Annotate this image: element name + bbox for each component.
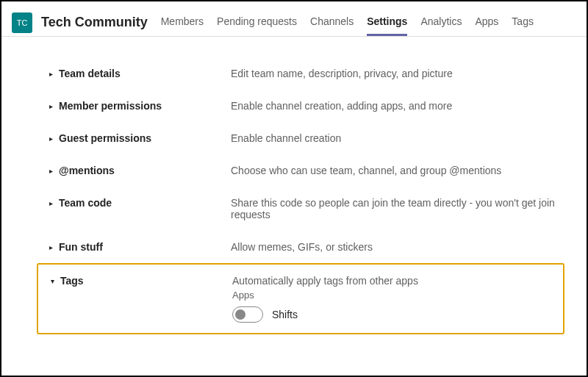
settings-row--mentions[interactable]: ▸@mentionsChoose who can use team, chann… xyxy=(1,154,587,187)
tab-members[interactable]: Members xyxy=(161,9,204,36)
tab-tags[interactable]: Tags xyxy=(512,9,534,36)
tab-apps[interactable]: Apps xyxy=(475,9,498,36)
tabs: MembersPending requestsChannelsSettingsA… xyxy=(161,9,534,36)
shifts-toggle[interactable] xyxy=(232,306,263,323)
settings-row-guest-permissions[interactable]: ▸Guest permissionsEnable channel creatio… xyxy=(1,122,587,154)
chevron-right-icon: ▸ xyxy=(47,243,54,251)
section-title: Member permissions xyxy=(59,100,162,112)
settings-row-fun-stuff[interactable]: ▸Fun stuffAllow memes, GIFs, or stickers xyxy=(1,231,587,263)
tab-settings[interactable]: Settings xyxy=(367,9,407,36)
toggle-knob xyxy=(235,309,245,320)
section-title: Team code xyxy=(59,197,112,209)
tab-channels[interactable]: Channels xyxy=(310,9,354,36)
section-title: Team details xyxy=(59,68,121,79)
section-desc: Automatically apply tags from other apps xyxy=(232,275,418,287)
settings-row-team-details[interactable]: ▸Team detailsEdit team name, description… xyxy=(1,57,587,90)
settings-row-tags[interactable]: ▾ Tags Automatically apply tags from oth… xyxy=(38,269,563,290)
section-desc: Allow memes, GIFs, or stickers xyxy=(231,241,373,253)
chevron-right-icon: ▸ xyxy=(47,199,54,207)
apps-label: Apps xyxy=(232,290,563,301)
toggle-label: Shifts xyxy=(272,309,298,320)
tab-analytics[interactable]: Analytics xyxy=(420,9,462,36)
header: TC Tech Community MembersPending request… xyxy=(1,1,587,37)
team-name: Tech Community xyxy=(41,15,148,30)
section-title: Fun stuff xyxy=(59,241,103,253)
settings-row-member-permissions[interactable]: ▸Member permissionsEnable channel creati… xyxy=(1,90,587,122)
section-desc: Enable channel creation xyxy=(231,132,341,144)
team-avatar: TC xyxy=(12,12,32,33)
section-title: Guest permissions xyxy=(59,132,151,144)
chevron-right-icon: ▸ xyxy=(47,102,54,110)
tags-section-highlight: ▾ Tags Automatically apply tags from oth… xyxy=(37,263,564,334)
section-desc: Edit team name, description, privacy, an… xyxy=(231,68,453,79)
section-title: @mentions xyxy=(59,165,115,176)
section-desc: Share this code so people can join the t… xyxy=(231,197,587,220)
section-desc: Choose who can use team, channel, and gr… xyxy=(231,165,501,176)
settings-content: ▸Team detailsEdit team name, description… xyxy=(1,37,587,334)
tags-apps-block: Apps Shifts xyxy=(232,290,563,323)
settings-row-team-code[interactable]: ▸Team codeShare this code so people can … xyxy=(1,187,587,231)
tab-pending-requests[interactable]: Pending requests xyxy=(217,9,297,36)
chevron-down-icon: ▾ xyxy=(49,277,56,285)
chevron-right-icon: ▸ xyxy=(47,134,54,143)
section-desc: Enable channel creation, adding apps, an… xyxy=(231,100,452,112)
toggle-row: Shifts xyxy=(232,306,563,323)
chevron-right-icon: ▸ xyxy=(47,70,54,78)
section-title: Tags xyxy=(60,275,84,287)
chevron-right-icon: ▸ xyxy=(47,167,54,175)
